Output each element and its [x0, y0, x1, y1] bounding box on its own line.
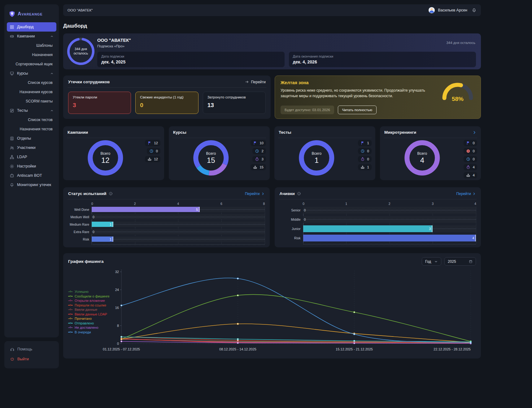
sidebar-subitem-sorting-box[interactable]: Сортировочный ящик — [7, 59, 56, 69]
sidebar-item-label: Участники — [17, 145, 36, 150]
sidebar-item-courses[interactable]: Курсы — [7, 69, 56, 78]
bar-category-label: Medium Rare — [70, 223, 89, 226]
campaigns-donut: Всего12 — [87, 140, 123, 176]
info-icon[interactable] — [109, 192, 113, 196]
sidebar-item-tests[interactable]: Тесты — [7, 106, 56, 115]
legend-item[interactable]: Ввели данные — [68, 308, 110, 311]
subscription-plan: Подписка «Про» — [97, 44, 476, 48]
microtrainings-title: Микротренинги — [384, 130, 416, 135]
tests-donut: Всего1 — [299, 140, 334, 176]
sidebar-item-members[interactable]: Участники — [7, 143, 56, 152]
sidebar-subitem-course-list[interactable]: Список курсов — [7, 78, 56, 87]
sidebar-subitem-test-list[interactable]: Список тестов — [7, 115, 56, 124]
legend-item[interactable]: Не доставлено — [68, 326, 110, 329]
target-icon — [10, 34, 14, 39]
calendar-icon — [469, 260, 473, 263]
legend-item[interactable]: Открыли вложение — [68, 299, 110, 302]
user-menu[interactable]: Васильев Арсен — [428, 7, 467, 14]
legend-item[interactable]: Прочитано — [68, 317, 110, 320]
headset-icon — [10, 347, 15, 352]
legend-item[interactable]: Ввели данные LDAP — [68, 312, 110, 316]
sidebar-footer-help[interactable]: Помощь — [7, 344, 56, 354]
bar: 1 — [92, 237, 113, 242]
legend-marker-icon — [68, 295, 73, 297]
clock-icon — [255, 149, 259, 153]
courses-donut: Всего15 — [193, 140, 229, 176]
microtrainings-donut: Всего4 — [404, 140, 440, 176]
sidebar-item-settings[interactable]: Настройки — [7, 162, 56, 171]
period-select[interactable]: Год — [422, 257, 441, 266]
svg-text:08.12.2025 - 14.12.2025: 08.12.2025 - 14.12.2025 — [219, 347, 256, 351]
sidebar-subitem-assignments[interactable]: Назначения — [7, 50, 56, 59]
tests-title: Тесты — [279, 130, 291, 135]
bar: 3 — [303, 225, 433, 232]
bar-category-label: Medium Well — [71, 215, 89, 219]
legend-item[interactable]: Успешно — [68, 290, 110, 293]
microtrainings-card: МикротренингиВсего400044 — [380, 126, 481, 180]
sidebar-subitem-test-assignments[interactable]: Назначения тестов — [7, 124, 56, 134]
trial-status-card: Статус испытаний Перейти 02468Well Done5… — [63, 187, 270, 247]
sidebar-footer-logout[interactable]: Выйти — [7, 354, 56, 364]
info-icon[interactable] — [297, 192, 301, 196]
microtrainings-badge-flag: 0 — [464, 140, 477, 146]
svg-text:15.12.2025 - 21.12.2025: 15.12.2025 - 21.12.2025 — [336, 347, 373, 351]
sidebar-item-label: Дашборд — [17, 25, 34, 29]
tests-badge-inbox: 1 — [358, 164, 372, 170]
bar-value: 4 — [472, 236, 474, 240]
tests-total: Всего1 — [299, 140, 334, 176]
legend-item[interactable]: Сообщили о фишинге — [68, 294, 110, 298]
available-date-button[interactable]: Будет доступно: 03.01.2026 — [281, 106, 334, 114]
bar-category-label: Extra Rare — [74, 230, 89, 234]
risk-percent: 58% — [442, 96, 474, 102]
notifications-bell-icon[interactable] — [472, 8, 477, 13]
microtrainings-goto-chevron[interactable] — [472, 130, 477, 135]
courses-card: КурсыВсего15102315 — [169, 126, 270, 180]
legend-item[interactable]: В очереди — [68, 330, 110, 334]
sidebar-item-label: Antiscam BOT — [17, 173, 42, 178]
timer-icon — [360, 157, 365, 161]
bar-value: 1 — [110, 223, 111, 226]
bar-value: 3 — [429, 227, 431, 231]
sidebar-item-campaigns[interactable]: Кампании — [7, 32, 56, 41]
sidebar-item-ldap[interactable]: LDAP — [7, 152, 56, 162]
legend-marker-icon — [68, 331, 73, 333]
phishing-legend: УспешноСообщили о фишингеОткрыли вложени… — [68, 290, 110, 334]
chevron-up-icon — [50, 109, 54, 112]
timer-icon — [466, 165, 470, 169]
chevron-up-icon — [50, 35, 54, 38]
badge-value: 12 — [154, 141, 158, 145]
sidebar-item-antiscam-bot[interactable]: Antiscam BOT — [7, 171, 56, 180]
x-tick-label: 6 — [220, 202, 222, 206]
tests-card: ТестыВсего11001 — [274, 126, 375, 180]
days-left-corner: 344 дня осталось — [446, 41, 475, 45]
subscription-org: ООО "АВАТЕК" — [97, 38, 476, 43]
phishing-chart-card: График фишинга Год 2025 0816243201.12.20… — [63, 253, 481, 358]
legend-item[interactable]: Перешли по ссылке — [68, 303, 110, 307]
sidebar-subitem-templates[interactable]: Шаблоны — [7, 41, 56, 50]
year-picker[interactable]: 2025 — [444, 257, 476, 266]
tests-badge-clock: 0 — [358, 148, 372, 154]
achievements-goto-link[interactable]: Перейти — [456, 192, 476, 196]
trial-status-goto-link[interactable]: Перейти — [245, 192, 265, 196]
monitor-icon — [10, 183, 14, 187]
bar-row-middle: Middle0 — [303, 216, 476, 223]
legend-item[interactable]: Отправлено — [68, 321, 110, 325]
sidebar-subitem-course-assignments[interactable]: Назначения курсов — [7, 87, 56, 97]
legend-marker-icon — [68, 304, 73, 306]
bar-row-medium-rare: Medium Rare1 — [92, 222, 265, 227]
sidebar-item-leak-monitoring[interactable]: Мониторинг утечек — [7, 180, 56, 189]
sidebar-subitem-scorm[interactable]: SCORM пакеты — [7, 97, 56, 106]
svg-text:01.12.2025 - 07.12.2025: 01.12.2025 - 07.12.2025 — [103, 347, 140, 351]
phishing-plot: 0816243201.12.2025 - 07.12.202508.12.202… — [68, 266, 476, 358]
sidebar-item-departments[interactable]: Отделы — [7, 134, 56, 143]
flag-icon — [147, 141, 152, 145]
x-tick-label: 4 — [474, 202, 476, 206]
trial-status-chart: 02468Well Done5Medium Well0Medium Rare1E… — [68, 202, 265, 244]
badge-value: 15 — [259, 165, 264, 169]
sidebar-item-dashboard[interactable]: Дашборд — [7, 22, 56, 32]
x-tick-label: 1 — [345, 202, 347, 206]
read-full-button[interactable]: Читать полностью — [338, 106, 377, 114]
courses-badge-flag: 10 — [251, 140, 266, 146]
svg-text:8: 8 — [117, 324, 119, 328]
leaks-goto-link[interactable]: Перейти — [245, 80, 266, 84]
